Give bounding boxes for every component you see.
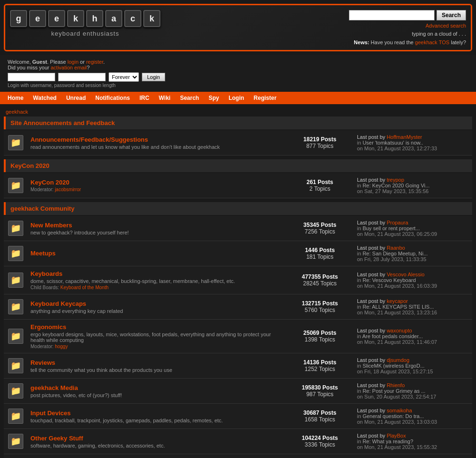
login-submit-button[interactable]: Login — [142, 73, 165, 81]
forum-posts-count: 132715 Posts — [290, 300, 349, 307]
forum-posts-count: 35345 Posts — [290, 222, 349, 228]
forum-desc: software, hardware, gaming, electronics,… — [30, 443, 284, 448]
forum-info-cell: KeyCon 2020Moderator: jacobsmirror — [28, 173, 287, 198]
header-search-button[interactable]: Search — [436, 10, 466, 20]
forum-topics-count: 5760 Topics — [290, 307, 349, 313]
lastpost-user-link[interactable]: waxonupto — [387, 328, 412, 333]
lastpost-user-link[interactable]: keycapor — [387, 298, 408, 304]
forum-desc: post pictures, video, etc of (your?) stu… — [30, 392, 284, 398]
lastpost-thread-link[interactable]: Buy sell or rent propert... — [363, 225, 420, 231]
section-header-site-announcements: Site Announcements and Feedback — [4, 117, 472, 129]
forum-name-link[interactable]: KeyCon 2020 — [30, 179, 284, 186]
forum-name-link[interactable]: Keyboards — [30, 270, 284, 277]
lastpost-user-link[interactable]: treypop — [387, 177, 404, 183]
forum-name-link[interactable]: Reviews — [30, 359, 284, 366]
lastpost-thread-link[interactable]: General question: Do tra... — [363, 413, 424, 419]
lastpost-thread-link[interactable]: Re: Vescovo Keyboard — [363, 277, 416, 283]
welcome-text: Welcome, Guest. Please login or register… — [8, 59, 468, 65]
advanced-search-link[interactable]: Advanced search — [426, 23, 466, 29]
forum-section-site-announcements: Site Announcements and Feedback📁Announce… — [4, 117, 472, 156]
forum-name-link[interactable]: Meetups — [30, 250, 284, 257]
lastpost-thread-link[interactable]: SliceMK (wireless ErgoD... — [363, 363, 425, 369]
password-field[interactable] — [58, 73, 106, 81]
lastpost-user-link[interactable]: Vescovo Alessio — [387, 272, 425, 277]
nav-irc[interactable]: IRC — [135, 92, 154, 104]
lastpost-thread-link[interactable]: Re: KeyCon 2020 Going Vi... — [363, 183, 430, 188]
lastpost-thread-link[interactable]: Re: Post your Grimey as ... — [363, 388, 426, 394]
lastpost-user-link[interactable]: HoffmanMyster — [387, 134, 422, 140]
logo-key-c: c — [124, 10, 141, 27]
forum-name-link[interactable]: New Members — [30, 222, 284, 229]
forum-icon-cell: 📁 — [4, 130, 28, 156]
forum-name-link[interactable]: Input Devices — [30, 409, 284, 417]
folder-icon: 📁 — [8, 221, 23, 236]
forum-desc: read announcements and let us know what … — [30, 144, 284, 150]
forum-name-link[interactable]: Ergonomics — [30, 323, 284, 331]
forum-name-link[interactable]: geekhack Media — [30, 384, 284, 391]
lastpost-user-link[interactable]: somaikoha — [387, 408, 412, 413]
nav-home[interactable]: Home — [3, 92, 28, 104]
lastpost-time: on Mon, 21 August 2023, 12:27:33 — [357, 146, 468, 151]
forum-stats-cell: 30687 Posts1658 Topics — [287, 404, 353, 429]
login-link[interactable]: login — [68, 59, 79, 65]
folder-icon: 📁 — [8, 246, 23, 261]
nav-login[interactable]: Login — [224, 92, 249, 104]
forum-info-cell: Announcements/Feedback/Suggestionsread a… — [28, 130, 287, 156]
nav-wiki[interactable]: Wiki — [154, 92, 176, 104]
nav-notifications[interactable]: Notifications — [90, 92, 135, 104]
site-header: g e e k h a c k keyboard enthusiasts Sea… — [4, 4, 472, 51]
forum-topics-count: 1658 Topics — [290, 416, 349, 423]
lastpost-thread-link[interactable]: Are foot pedals consider... — [362, 333, 423, 339]
child-board-link[interactable]: Keyboard of the Month — [60, 285, 109, 290]
lastpost-thread-link[interactable]: User 'tomkatsuuu' is now.. — [363, 140, 423, 146]
lastpost-thread-link[interactable]: Re: San Diego Meetup, Ni... — [363, 251, 428, 256]
forum-info-cell: geekhack Mediapost pictures, video, etc … — [28, 379, 287, 404]
forum-row: 📁Input Devicestouchpad, trackball, track… — [4, 404, 472, 429]
register-link[interactable]: register — [86, 59, 103, 65]
moderator-link[interactable]: jacobsmirror — [55, 187, 81, 192]
lastpost-by: Last post by Vescovo Alessio — [357, 272, 468, 277]
moderator-link[interactable]: hoggy — [55, 344, 68, 349]
session-length-select[interactable]: Forever 1 Hour 1 Day 1 Week — [109, 72, 139, 82]
lastpost-time: on Sat, 27 May 2023, 15:35:56 — [357, 188, 468, 194]
lastpost-by: Last post by somaikoha — [357, 408, 468, 413]
forum-stats-cell: 367729 Posts9625 Topics — [287, 454, 353, 458]
lastpost-thread-link[interactable]: Re: What ya reading? — [363, 439, 413, 444]
activation-link[interactable]: activation email — [50, 65, 87, 70]
forum-info-cell: Ergonomicsergo keyboard designs, layouts… — [28, 320, 287, 353]
forum-info-cell: Off Topicanything and everything not cov… — [28, 454, 287, 458]
nav-watched[interactable]: Watched — [28, 92, 61, 104]
nav-register[interactable]: Register — [249, 92, 281, 104]
forum-row: 📁Keyboardsdome, scissor, capacitive, mec… — [4, 266, 472, 294]
tos-link[interactable]: geekhack TOS — [415, 39, 449, 45]
typing-cloud-text: typing on a cloud of . . . — [349, 31, 466, 37]
lastpost-by: Last post by PlayBox — [357, 433, 468, 439]
forum-posts-count: 195830 Posts — [290, 384, 349, 391]
nav-search[interactable]: Search — [175, 92, 204, 104]
forum-row: 📁Keyboard Keycapsanything and everything… — [4, 294, 472, 320]
forum-info-cell: Other Geeky Stuffsoftware, hardware, gam… — [28, 429, 287, 454]
forum-posts-count: 18219 Posts — [290, 136, 349, 143]
nav-unread[interactable]: Unread — [61, 92, 90, 104]
lastpost-user-link[interactable]: Raanbo — [387, 245, 405, 251]
lastpost-in: in Re: KeyCon 2020 Going Vi... — [357, 183, 468, 188]
forum-lastpost-cell: Last post by somaikohain General questio… — [353, 404, 472, 429]
forum-name-link[interactable]: Other Geeky Stuff — [30, 435, 284, 442]
forum-icon-cell: 📁 — [4, 429, 28, 454]
forum-info-cell: Meetups — [28, 241, 287, 266]
lastpost-thread-link[interactable]: Re: ALL KEYCAPS SITE LIS... — [363, 304, 434, 310]
lastpost-user-link[interactable]: PlayBox — [387, 433, 406, 439]
forum-moderator: Moderator: hoggy — [30, 344, 284, 349]
forum-name-link[interactable]: Keyboard Keycaps — [30, 300, 284, 307]
forum-posts-count: 30687 Posts — [290, 409, 349, 416]
lastpost-user-link[interactable]: Rhienfo — [387, 382, 405, 388]
forum-lastpost-cell: Last post by noisyturtlein Re: What's Bo… — [353, 454, 472, 458]
forum-name-link[interactable]: Announcements/Feedback/Suggestions — [30, 136, 284, 143]
folder-icon: 📁 — [8, 434, 23, 449]
lastpost-user-link[interactable]: djsumdog — [387, 357, 409, 363]
breadcrumb-home[interactable]: geekhack — [6, 109, 28, 115]
username-field[interactable] — [8, 73, 55, 81]
nav-spy[interactable]: Spy — [204, 92, 224, 104]
header-search-input[interactable] — [349, 10, 435, 20]
lastpost-user-link[interactable]: Propaura — [387, 220, 408, 225]
